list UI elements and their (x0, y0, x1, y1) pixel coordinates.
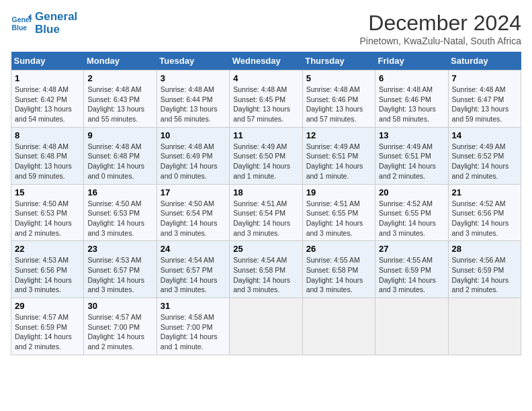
weekday-header-monday: Monday (84, 52, 157, 71)
calendar-cell: 11Sunrise: 4:49 AMSunset: 6:50 PMDayligh… (230, 127, 302, 184)
calendar-cell: 6Sunrise: 4:48 AMSunset: 6:46 PMDaylight… (375, 71, 448, 128)
calendar-cell: 26Sunrise: 4:55 AMSunset: 6:58 PMDayligh… (302, 241, 375, 298)
day-info: Sunrise: 4:48 AMSunset: 6:46 PMDaylight:… (306, 85, 371, 124)
calendar-cell (302, 298, 375, 355)
calendar-cell: 2Sunrise: 4:48 AMSunset: 6:43 PMDaylight… (84, 71, 157, 128)
day-info: Sunrise: 4:48 AMSunset: 6:46 PMDaylight:… (379, 85, 444, 124)
day-info: Sunrise: 4:58 AMSunset: 7:00 PMDaylight:… (161, 312, 226, 352)
day-info: Sunrise: 4:49 AMSunset: 6:50 PMDaylight:… (233, 142, 298, 181)
weekday-header-thursday: Thursday (302, 52, 375, 71)
day-number: 21 (452, 187, 517, 197)
calendar-cell: 19Sunrise: 4:51 AMSunset: 6:55 PMDayligh… (302, 184, 375, 241)
day-info: Sunrise: 4:48 AMSunset: 6:48 PMDaylight:… (87, 142, 152, 181)
day-info: Sunrise: 4:48 AMSunset: 6:44 PMDaylight:… (161, 85, 226, 124)
calendar-cell: 29Sunrise: 4:57 AMSunset: 6:59 PMDayligh… (11, 298, 84, 355)
day-info: Sunrise: 4:56 AMSunset: 6:59 PMDaylight:… (452, 255, 517, 295)
calendar-cell: 12Sunrise: 4:49 AMSunset: 6:51 PMDayligh… (302, 127, 375, 184)
day-info: Sunrise: 4:52 AMSunset: 6:56 PMDaylight:… (452, 199, 517, 238)
day-number: 14 (452, 130, 517, 140)
day-number: 24 (161, 244, 226, 254)
calendar-cell: 18Sunrise: 4:51 AMSunset: 6:54 PMDayligh… (230, 184, 302, 241)
calendar-cell (230, 298, 302, 355)
day-number: 13 (379, 130, 444, 140)
calendar-week-2: 8Sunrise: 4:48 AMSunset: 6:48 PMDaylight… (11, 127, 521, 184)
day-number: 6 (379, 73, 444, 83)
calendar-week-4: 22Sunrise: 4:53 AMSunset: 6:56 PMDayligh… (11, 241, 521, 298)
calendar-cell: 3Sunrise: 4:48 AMSunset: 6:44 PMDaylight… (157, 71, 229, 128)
day-info: Sunrise: 4:48 AMSunset: 6:45 PMDaylight:… (233, 85, 298, 124)
calendar-cell: 23Sunrise: 4:53 AMSunset: 6:57 PMDayligh… (84, 241, 157, 298)
calendar-cell: 21Sunrise: 4:52 AMSunset: 6:56 PMDayligh… (448, 184, 521, 241)
calendar-cell: 20Sunrise: 4:52 AMSunset: 6:55 PMDayligh… (375, 184, 448, 241)
calendar-cell: 13Sunrise: 4:49 AMSunset: 6:51 PMDayligh… (375, 127, 448, 184)
day-info: Sunrise: 4:51 AMSunset: 6:54 PMDaylight:… (233, 199, 298, 238)
calendar-cell: 7Sunrise: 4:48 AMSunset: 6:47 PMDaylight… (448, 71, 521, 128)
day-info: Sunrise: 4:48 AMSunset: 6:48 PMDaylight:… (15, 142, 80, 181)
day-number: 28 (452, 244, 517, 254)
calendar-cell: 22Sunrise: 4:53 AMSunset: 6:56 PMDayligh… (11, 241, 84, 298)
day-info: Sunrise: 4:50 AMSunset: 6:53 PMDaylight:… (15, 199, 80, 238)
day-number: 25 (233, 244, 298, 254)
day-info: Sunrise: 4:49 AMSunset: 6:51 PMDaylight:… (306, 142, 371, 181)
calendar-cell: 17Sunrise: 4:50 AMSunset: 6:54 PMDayligh… (157, 184, 229, 241)
calendar-cell: 10Sunrise: 4:48 AMSunset: 6:49 PMDayligh… (157, 127, 229, 184)
calendar-cell: 16Sunrise: 4:50 AMSunset: 6:53 PMDayligh… (84, 184, 157, 241)
svg-text:Blue: Blue (12, 24, 28, 31)
day-number: 30 (87, 301, 152, 311)
calendar-cell: 15Sunrise: 4:50 AMSunset: 6:53 PMDayligh… (11, 184, 84, 241)
calendar-cell: 8Sunrise: 4:48 AMSunset: 6:48 PMDaylight… (11, 127, 84, 184)
day-number: 22 (15, 244, 80, 254)
logo-line1: General (35, 11, 77, 24)
day-info: Sunrise: 4:54 AMSunset: 6:57 PMDaylight:… (161, 255, 226, 295)
day-info: Sunrise: 4:57 AMSunset: 6:59 PMDaylight:… (15, 312, 80, 352)
day-info: Sunrise: 4:55 AMSunset: 6:59 PMDaylight:… (379, 255, 444, 295)
calendar-table: SundayMondayTuesdayWednesdayThursdayFrid… (11, 52, 521, 355)
day-number: 19 (306, 187, 371, 197)
day-number: 9 (87, 130, 152, 140)
day-number: 12 (306, 130, 371, 140)
day-number: 27 (379, 244, 444, 254)
day-number: 5 (306, 73, 371, 83)
day-info: Sunrise: 4:50 AMSunset: 6:54 PMDaylight:… (161, 199, 226, 238)
day-info: Sunrise: 4:51 AMSunset: 6:55 PMDaylight:… (306, 199, 371, 238)
weekday-header-saturday: Saturday (448, 52, 521, 71)
day-number: 23 (87, 244, 152, 254)
day-info: Sunrise: 4:54 AMSunset: 6:58 PMDaylight:… (233, 255, 298, 295)
day-info: Sunrise: 4:55 AMSunset: 6:58 PMDaylight:… (306, 255, 371, 295)
day-number: 29 (15, 301, 80, 311)
day-number: 26 (306, 244, 371, 254)
calendar-week-1: 1Sunrise: 4:48 AMSunset: 6:42 PMDaylight… (11, 71, 521, 128)
day-number: 2 (87, 73, 152, 83)
calendar-week-3: 15Sunrise: 4:50 AMSunset: 6:53 PMDayligh… (11, 184, 521, 241)
calendar-cell: 4Sunrise: 4:48 AMSunset: 6:45 PMDaylight… (230, 71, 302, 128)
day-info: Sunrise: 4:48 AMSunset: 6:47 PMDaylight:… (452, 85, 517, 124)
day-info: Sunrise: 4:49 AMSunset: 6:51 PMDaylight:… (379, 142, 444, 181)
location-title: Pinetown, KwaZulu-Natal, South Africa (360, 36, 521, 46)
day-info: Sunrise: 4:49 AMSunset: 6:52 PMDaylight:… (452, 142, 517, 181)
calendar-cell (375, 298, 448, 355)
day-info: Sunrise: 4:53 AMSunset: 6:57 PMDaylight:… (87, 255, 152, 295)
calendar-cell: 25Sunrise: 4:54 AMSunset: 6:58 PMDayligh… (230, 241, 302, 298)
day-number: 1 (15, 73, 80, 83)
calendar-week-5: 29Sunrise: 4:57 AMSunset: 6:59 PMDayligh… (11, 298, 521, 355)
day-number: 3 (161, 73, 226, 83)
day-number: 4 (233, 73, 298, 83)
day-info: Sunrise: 4:50 AMSunset: 6:53 PMDaylight:… (87, 199, 152, 238)
day-info: Sunrise: 4:52 AMSunset: 6:55 PMDaylight:… (379, 199, 444, 238)
day-number: 15 (15, 187, 80, 197)
logo-icon: General Blue (11, 13, 32, 34)
calendar-cell: 5Sunrise: 4:48 AMSunset: 6:46 PMDaylight… (302, 71, 375, 128)
day-number: 11 (233, 130, 298, 140)
header: General Blue General Blue December 2024 … (11, 11, 521, 46)
calendar-cell: 24Sunrise: 4:54 AMSunset: 6:57 PMDayligh… (157, 241, 229, 298)
calendar-cell: 27Sunrise: 4:55 AMSunset: 6:59 PMDayligh… (375, 241, 448, 298)
calendar-cell: 31Sunrise: 4:58 AMSunset: 7:00 PMDayligh… (157, 298, 229, 355)
day-info: Sunrise: 4:48 AMSunset: 6:42 PMDaylight:… (15, 85, 80, 124)
day-number: 18 (233, 187, 298, 197)
calendar-cell: 14Sunrise: 4:49 AMSunset: 6:52 PMDayligh… (448, 127, 521, 184)
day-info: Sunrise: 4:57 AMSunset: 7:00 PMDaylight:… (87, 312, 152, 352)
calendar-cell: 1Sunrise: 4:48 AMSunset: 6:42 PMDaylight… (11, 71, 84, 128)
calendar-cell: 9Sunrise: 4:48 AMSunset: 6:48 PMDaylight… (84, 127, 157, 184)
calendar-cell (448, 298, 521, 355)
day-number: 17 (161, 187, 226, 197)
